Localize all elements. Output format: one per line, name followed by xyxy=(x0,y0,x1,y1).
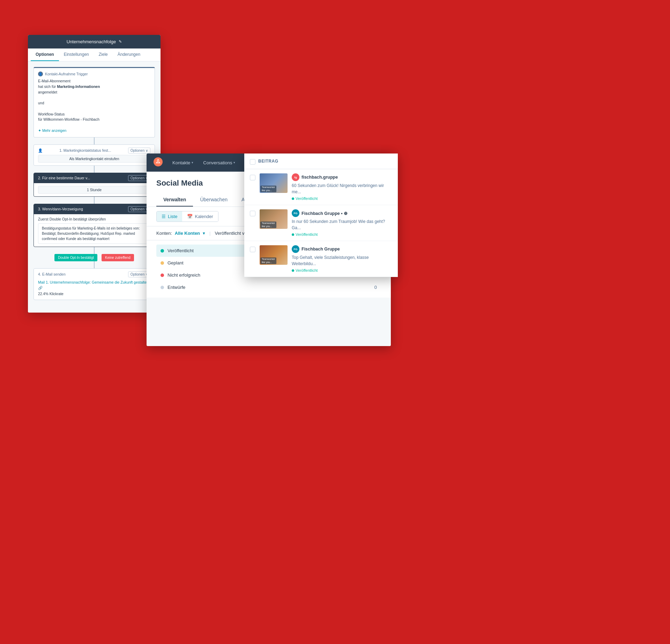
workflow-panel: Unternehmensnachfolge ✎ Optionen Einstel… xyxy=(28,35,161,313)
post-3-thumb: Teamworkerlike you... xyxy=(260,245,288,265)
posts-panel: BEITRAG Teamworkerlike you... fg fischba… xyxy=(244,153,398,277)
action-2-header: 2. Für eine bestimmte Dauer v... Optione… xyxy=(34,173,155,183)
dot-entwuerfe xyxy=(161,286,164,289)
status-entwuerfe[interactable]: Entwürfe 0 xyxy=(156,281,381,293)
action-3-subcontent: Bestätigungsstatus für Marketing-E-Mails… xyxy=(38,223,150,244)
post-item-2: Teamworkerlike you... FG Fischbach Grupp… xyxy=(244,205,398,241)
workflow-tab-aenderungen[interactable]: Änderungen xyxy=(113,48,145,61)
hs-logo xyxy=(154,157,163,168)
action-3-condition: Zuerst Double Opt-In bestätigt überprüfe… xyxy=(38,217,150,221)
post-1-thumb: Teamworkerlike you... xyxy=(260,173,288,193)
posts-header: BEITRAG xyxy=(244,153,398,169)
post-2-status: Veröffentlicht xyxy=(292,232,392,237)
svg-point-0 xyxy=(154,157,163,166)
action-1-label: 1. Marketingkontaktstatus fest... xyxy=(59,148,111,152)
action-node-1: 👤 1. Marketingkontaktstatus fest... Opti… xyxy=(34,144,155,166)
dot-veroeffentlicht xyxy=(161,249,164,253)
post-3-account: FG Fischbach Gruppe xyxy=(292,245,392,253)
action-4-content: Mail 1. Unternehmensnachfolge: Gemeinsam… xyxy=(38,279,150,297)
post-2-info: FG Fischbach Gruppe • ⊕ In nur 60 Sekund… xyxy=(292,209,392,237)
post-2-checkbox[interactable] xyxy=(250,211,255,216)
post-2-thumb: Teamworkerlike you... xyxy=(260,209,288,229)
post-2-status-label: Veröffentlicht xyxy=(296,232,318,237)
workflow-tab-ziele[interactable]: Ziele xyxy=(94,48,113,61)
connector-1 xyxy=(94,137,95,144)
post-1-account: fg fischbach.gruppe xyxy=(292,173,392,181)
workflow-tabs: Optionen Einstellungen Ziele Änderungen xyxy=(28,48,161,61)
post-3-info: FG Fischbach Gruppe Top Gehalt, viele So… xyxy=(292,245,392,272)
tab-ueberwachen[interactable]: Überwachen xyxy=(193,193,234,207)
post-2-account-name: Fischbach Gruppe • ⊕ xyxy=(302,211,348,216)
post-2-text: In nur 60 Sekunden zum Traumjob! Wie das… xyxy=(292,218,392,231)
branch-wrapper: Double Opt-In bestätigt Keine zutreffend xyxy=(34,254,155,261)
post-1-status-dot xyxy=(292,197,294,200)
action-2-content: 1 Stunde xyxy=(38,186,150,194)
calendar-icon: 📅 xyxy=(187,214,193,219)
action-4-header: 4. E-Mail senden Optionen ∨ xyxy=(38,271,150,277)
post-3-text: Top Gehalt, viele Sozialleistungen, klas… xyxy=(292,254,392,267)
dot-nicht-erfolgreich xyxy=(161,274,164,277)
post-1-text: 60 Sekunden zum Glück! Nirgends verbring… xyxy=(292,182,392,195)
action-node-3: 3. Wenn/dann-Verzweigung Optionen ∨ Zuer… xyxy=(34,204,155,247)
konten-label: Konten: xyxy=(156,231,172,236)
konten-value[interactable]: Alle Konten xyxy=(175,231,200,236)
post-item-1: Teamworkerlike you... fg fischbach.grupp… xyxy=(244,169,398,205)
post-3-avatar: FG xyxy=(292,245,299,253)
post-3-status-label: Veröffentlicht xyxy=(296,268,318,272)
post-1-info: fg fischbach.gruppe 60 Sekunden zum Glüc… xyxy=(292,173,392,201)
post-2-thumb-label: Teamworkerlike you... xyxy=(260,222,276,228)
beitrag-label: BEITRAG xyxy=(258,159,278,164)
action-1-icon: 👤 xyxy=(38,148,43,153)
post-1-thumb-label: Teamworkerlike you... xyxy=(260,186,276,192)
action-4-label: 4. E-Mail senden xyxy=(38,272,66,276)
nav-kontakte-chevron: ▾ xyxy=(192,161,193,164)
nav-conversations[interactable]: Conversations ▾ xyxy=(199,153,239,172)
action-1-header: 👤 1. Marketingkontaktstatus fest... Opti… xyxy=(38,148,150,153)
action-node-4: 4. E-Mail senden Optionen ∨ Mail 1. Unte… xyxy=(34,268,155,300)
trigger-label: Kontakt-Aufnahme Trigger xyxy=(45,72,88,76)
connector-3 xyxy=(94,197,95,204)
post-1-account-name: fischbach.gruppe xyxy=(302,175,338,180)
post-3-checkbox[interactable] xyxy=(250,247,255,252)
nav-conversations-chevron: ▾ xyxy=(233,161,235,164)
nav-kontakte[interactable]: Kontakte ▾ xyxy=(168,153,198,172)
branch-true-btn[interactable]: Double Opt-In bestätigt xyxy=(54,254,97,261)
email-stats: 22.4% Klickrate xyxy=(38,292,64,296)
post-3-status-dot xyxy=(292,269,294,272)
connector-2 xyxy=(94,166,95,173)
header-checkbox[interactable] xyxy=(250,159,255,165)
dot-geplant xyxy=(161,261,164,265)
filter-arrow-1: ▾ xyxy=(203,231,205,236)
workflow-tab-einstellungen[interactable]: Einstellungen xyxy=(59,48,94,61)
trigger-node: 👤 Kontakt-Aufnahme Trigger E-Mail-Abonne… xyxy=(34,67,155,137)
branch-false-btn[interactable]: Keine zutreffend xyxy=(102,254,134,261)
list-view-btn[interactable]: ☰ Liste xyxy=(157,211,182,222)
post-1-avatar: fg xyxy=(292,173,299,181)
list-icon: ☰ xyxy=(162,214,166,219)
connector-5 xyxy=(94,261,95,268)
action-3-header: 3. Wenn/dann-Verzweigung Optionen ∨ xyxy=(34,204,155,214)
post-3-status: Veröffentlicht xyxy=(292,268,392,272)
connector-4 xyxy=(94,247,95,254)
more-link[interactable]: ✦ Mehr anzeigen xyxy=(38,128,66,133)
workflow-edit-icon[interactable]: ✎ xyxy=(119,39,122,44)
tab-verwalten[interactable]: Verwalten xyxy=(156,193,193,207)
action-3-label: 3. Wenn/dann-Verzweigung xyxy=(38,207,83,211)
action-node-2: 2. Für eine bestimmte Dauer v... Optione… xyxy=(34,173,155,197)
post-1-status-label: Veröffentlicht xyxy=(296,196,318,201)
workflow-body: 👤 Kontakt-Aufnahme Trigger E-Mail-Abonne… xyxy=(28,61,161,313)
workflow-title: Unternehmensnachfolge xyxy=(67,39,116,44)
post-3-account-name: Fischbach Gruppe xyxy=(302,247,340,252)
post-2-account: FG Fischbach Gruppe • ⊕ xyxy=(292,209,392,217)
calendar-view-btn[interactable]: 📅 Kalender xyxy=(182,211,218,222)
workflow-header: Unternehmensnachfolge ✎ xyxy=(28,35,161,48)
email-link[interactable]: Mail 1. Unternehmensnachfolge: Gemeinsam… xyxy=(38,280,149,290)
post-2-status-dot xyxy=(292,233,294,236)
svg-point-1 xyxy=(158,159,159,160)
post-3-thumb-label: Teamworkerlike you... xyxy=(260,257,276,264)
post-item-3: Teamworkerlike you... FG Fischbach Grupp… xyxy=(244,241,398,277)
post-1-checkbox[interactable] xyxy=(250,175,255,180)
workflow-tab-optionen[interactable]: Optionen xyxy=(31,48,59,61)
view-toggle: ☰ Liste 📅 Kalender xyxy=(156,211,218,222)
action-1-options[interactable]: Optionen ∨ xyxy=(128,148,150,153)
